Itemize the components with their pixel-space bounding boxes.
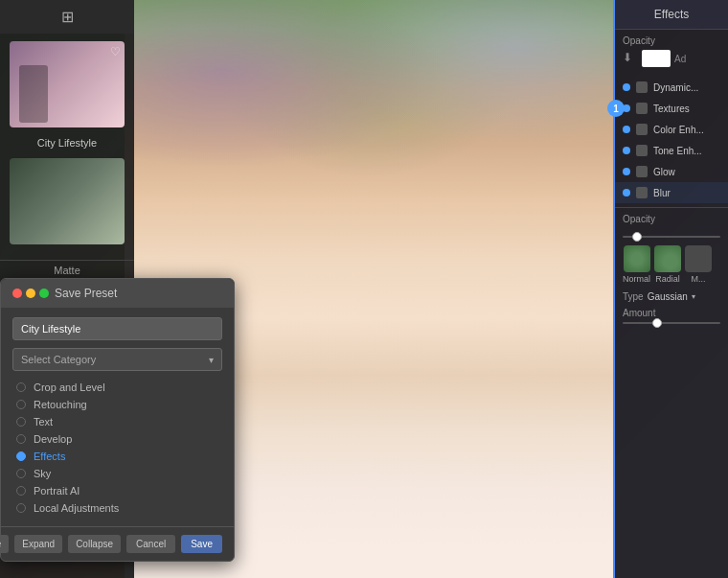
effect-item-textures[interactable]: Textures 1 <box>615 98 728 119</box>
preset-name-input[interactable] <box>12 317 222 340</box>
opacity-label: Opacity <box>623 35 720 46</box>
effect-item-dynamic[interactable]: Dynamic... <box>615 77 728 98</box>
preset-item-label-develop: Develop <box>34 433 72 445</box>
blur-preset-label-normal: Normal <box>623 274 650 284</box>
effect-name-textures: Textures <box>653 104 720 114</box>
type-value: Gaussian <box>648 291 688 302</box>
opacity-slider-track[interactable] <box>623 236 720 238</box>
save-button[interactable]: Save <box>181 535 222 553</box>
preset-item-local[interactable]: Local Adjustments <box>12 499 222 517</box>
opacity-slider-thumb[interactable] <box>632 232 642 242</box>
amount-slider-track[interactable] <box>623 322 720 324</box>
cancel-button[interactable]: Cancel <box>126 535 175 553</box>
preset-dot-crop <box>16 382 26 392</box>
effect-dot-glow <box>623 168 630 175</box>
blur-preset-normal[interactable]: Normal <box>623 245 650 284</box>
effect-name-color: Color Enh... <box>653 125 720 135</box>
preset-item-label-local: Local Adjustments <box>34 502 119 514</box>
preset-item-crop[interactable]: Crop and Level <box>12 379 222 396</box>
download-icon: ⬇ <box>623 51 638 66</box>
traffic-lights <box>12 289 49 298</box>
close-button[interactable] <box>12 289 22 298</box>
ad-label: Ad <box>674 54 686 64</box>
effect-visibility-color[interactable] <box>636 124 648 135</box>
blur-preset-label-m: M... <box>692 274 706 284</box>
preset-item-sky[interactable]: Sky <box>12 465 222 482</box>
opacity-value-box[interactable] <box>642 50 671 67</box>
effect-visibility-dynamic[interactable] <box>636 81 648 93</box>
blur-preset-m[interactable]: M... <box>685 245 712 284</box>
dialog-body: Select Category ▾ Crop and Level Retouch… <box>1 308 234 526</box>
preset-item-label-sky: Sky <box>34 468 51 479</box>
effect-item-glow[interactable]: Glow <box>615 161 728 182</box>
effects-panel-header: Effects <box>615 0 728 30</box>
preset-item-portrait[interactable]: Portrait AI <box>12 482 222 499</box>
effect-item-color[interactable]: Color Enh... <box>615 119 728 140</box>
preset-thumbnail-2[interactable] <box>10 158 125 244</box>
blur-presets: Normal Radial M... <box>623 245 720 284</box>
collapse-button[interactable]: Collapse <box>68 535 121 553</box>
effect-name-glow: Glow <box>653 167 720 177</box>
opacity-row: ⬇ Ad <box>623 50 720 67</box>
effect-visibility-textures[interactable] <box>636 103 648 114</box>
opacity-section: Opacity ⬇ Ad <box>615 30 728 73</box>
blur-type-row: Type Gaussian ▾ <box>623 291 720 302</box>
amount-slider-thumb[interactable] <box>652 318 662 328</box>
minimize-button[interactable] <box>26 289 35 298</box>
preset-list: Crop and Level Retouching Text Develop E… <box>12 379 222 517</box>
effect-name-tone: Tone Enh... <box>653 146 720 156</box>
amount-label: Amount <box>623 308 720 318</box>
blur-opacity-label: Opacity <box>623 214 655 224</box>
blur-opacity-row: Opacity <box>623 214 720 228</box>
effect-dot-tone <box>623 147 630 154</box>
preset-item-retouching[interactable]: Retouching <box>12 396 222 413</box>
preset-item-label-crop: Crop and Level <box>34 381 105 393</box>
effect-dot-blur <box>623 189 630 197</box>
preset-dot-retouching <box>16 400 26 409</box>
figure-silhouette <box>19 65 48 123</box>
step-badge: 1 <box>607 100 625 117</box>
type-label: Type <box>623 291 644 302</box>
grid-icon: ⊞ <box>61 8 74 26</box>
effect-visibility-glow[interactable] <box>636 166 648 177</box>
save-preset-dialog: Save Preset Select Category ▾ Crop and L… <box>0 278 235 562</box>
blur-controls: Opacity Normal Radial M... Type Gaussian <box>615 207 728 330</box>
preset-item-label-effects: Effects <box>34 451 65 462</box>
effect-dot-dynamic <box>623 83 630 91</box>
flowers-background <box>125 0 613 240</box>
blur-preset-label-radial: Radial <box>655 274 680 284</box>
preset-item-effects[interactable]: Effects <box>12 448 222 465</box>
effect-name-dynamic: Dynamic... <box>653 82 720 93</box>
preset-dot-develop <box>16 434 26 444</box>
matte-label: Matte <box>0 260 134 280</box>
preset-label-1: City Lifestyle <box>0 135 134 150</box>
effect-item-blur[interactable]: Blur <box>615 182 728 203</box>
preset-item-label-text: Text <box>34 416 53 428</box>
preset-item-label-retouching: Retouching <box>34 399 87 410</box>
dialog-footer: All None Expand Collapse Cancel Save <box>1 526 234 561</box>
preset-dot-effects <box>16 451 26 461</box>
preset-label-2 <box>0 252 134 256</box>
preset-dot-text <box>16 417 26 427</box>
maximize-button[interactable] <box>39 289 49 298</box>
preset-dot-portrait <box>16 486 26 496</box>
radial-preset-icon <box>654 245 681 272</box>
effect-item-tone[interactable]: Tone Enh... <box>615 140 728 161</box>
preset-item-develop[interactable]: Develop <box>12 430 222 448</box>
effect-visibility-blur[interactable] <box>636 187 648 198</box>
type-chevron-icon[interactable]: ▾ <box>692 292 695 301</box>
expand-button[interactable]: Expand <box>14 535 62 553</box>
preset-item-text[interactable]: Text <box>12 413 222 430</box>
effect-name-blur: Blur <box>653 188 720 198</box>
preset-thumbnail-1[interactable]: ♡ <box>10 41 125 127</box>
category-select[interactable]: Select Category ▾ <box>12 348 222 371</box>
heart-icon: ♡ <box>110 45 121 58</box>
effect-visibility-tone[interactable] <box>636 145 648 156</box>
effects-list: Dynamic... Textures 1 Color Enh... Tone … <box>615 73 728 207</box>
effect-dot-color <box>623 126 630 133</box>
normal-preset-icon <box>624 245 650 272</box>
dialog-title: Save Preset <box>55 287 117 300</box>
none-button[interactable]: None <box>0 535 9 553</box>
blur-preset-radial[interactable]: Radial <box>654 245 681 284</box>
chevron-down-icon: ▾ <box>209 355 214 365</box>
